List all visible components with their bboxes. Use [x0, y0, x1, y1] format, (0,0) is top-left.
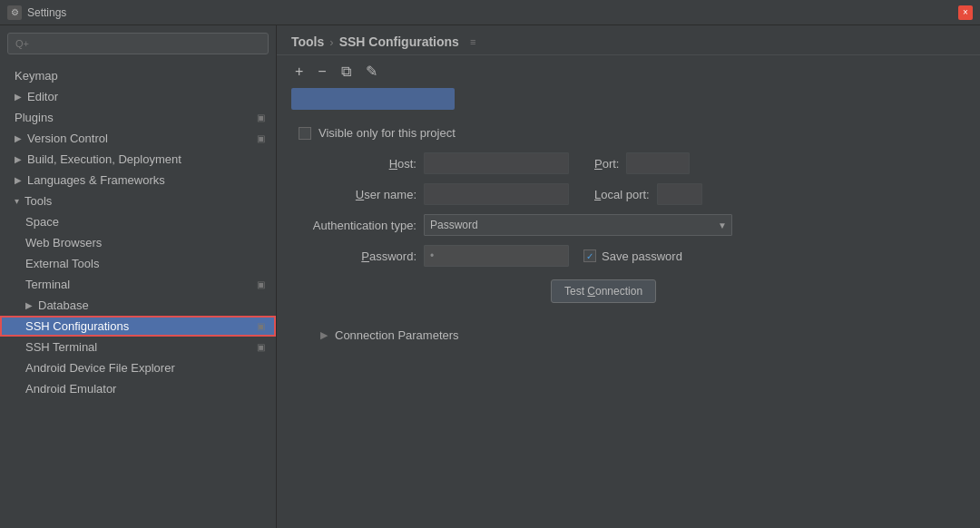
- breadcrumb: Tools › SSH Configurations ≡: [277, 25, 980, 55]
- sidebar-item-label: Android Device File Explorer: [25, 361, 175, 375]
- sidebar-item-build[interactable]: ▶ Build, Execution, Deployment: [0, 149, 276, 170]
- chevron-right-icon: ▶: [15, 154, 22, 164]
- username-input[interactable]: [424, 183, 569, 205]
- sidebar-item-android-emulator[interactable]: Android Emulator: [0, 378, 276, 399]
- auth-type-label: Authentication type:: [299, 219, 416, 232]
- plugin-icon: ▣: [257, 112, 265, 122]
- sidebar-item-label: Languages & Frameworks: [27, 173, 165, 187]
- port-group: Port:: [594, 152, 690, 174]
- window-title: Settings: [27, 6, 66, 19]
- close-button[interactable]: ×: [958, 5, 973, 20]
- sidebar-item-tools[interactable]: ▾ Tools: [0, 191, 276, 211]
- localport-input[interactable]: [657, 183, 702, 205]
- username-localport-row: User name: Local port:: [299, 183, 958, 205]
- sidebar-item-android-device[interactable]: Android Device File Explorer: [0, 357, 276, 378]
- add-button[interactable]: +: [291, 63, 307, 81]
- search-input[interactable]: [34, 37, 260, 50]
- sidebar-item-label: Build, Execution, Deployment: [27, 152, 181, 166]
- ssh-config-icon: ▣: [257, 321, 265, 331]
- sidebar-item-space[interactable]: Space: [0, 211, 276, 232]
- sidebar-item-label: Tools: [24, 194, 52, 208]
- search-icon: Q+: [15, 38, 29, 49]
- content-area: Tools › SSH Configurations ≡ + − ⧉ ✎ Vis…: [277, 25, 980, 528]
- save-password-checkbox[interactable]: [583, 249, 596, 262]
- chevron-right-icon: ▶: [15, 92, 22, 102]
- sidebar: Q+ Keymap ▶ Editor Plugins ▣ ▶ Version C…: [0, 25, 277, 528]
- username-label: User name:: [299, 188, 416, 201]
- main-container: Q+ Keymap ▶ Editor Plugins ▣ ▶ Version C…: [0, 25, 980, 528]
- sidebar-item-label: Terminal: [25, 278, 70, 291]
- sidebar-item-languages[interactable]: ▶ Languages & Frameworks: [0, 170, 276, 191]
- terminal-icon: ▣: [257, 279, 265, 289]
- sidebar-item-label: Keymap: [15, 69, 58, 83]
- vc-icon: ▣: [257, 133, 265, 143]
- auth-type-select-wrap: Password Key pair OpenSSH config and aut…: [424, 214, 732, 236]
- connection-params-chevron-icon: ▶: [320, 329, 328, 341]
- chevron-down-icon: ▾: [15, 196, 19, 206]
- sidebar-item-label: Editor: [27, 90, 58, 103]
- remove-button[interactable]: −: [314, 63, 329, 81]
- password-row: Password: Save password: [299, 245, 958, 267]
- ssh-terminal-icon: ▣: [257, 342, 265, 352]
- port-input[interactable]: [626, 152, 690, 174]
- sidebar-item-web-browsers[interactable]: Web Browsers: [0, 232, 276, 253]
- sidebar-item-external-tools[interactable]: External Tools: [0, 253, 276, 274]
- title-bar: ⚙ Settings ×: [0, 0, 980, 25]
- connection-params-row[interactable]: ▶ Connection Parameters: [320, 328, 958, 342]
- toolbar: + − ⧉ ✎: [277, 55, 980, 88]
- localport-group: Local port:: [594, 183, 702, 205]
- edit-button[interactable]: ✎: [362, 63, 381, 81]
- sidebar-item-label: SSH Terminal: [25, 340, 97, 354]
- sidebar-list: Keymap ▶ Editor Plugins ▣ ▶ Version Cont…: [0, 62, 276, 528]
- port-label: Port:: [594, 157, 619, 171]
- localport-label: Local port:: [594, 188, 650, 201]
- sidebar-item-version-control[interactable]: ▶ Version Control ▣: [0, 128, 276, 149]
- auth-type-select[interactable]: Password Key pair OpenSSH config and aut…: [424, 214, 732, 236]
- sidebar-item-label: Space: [25, 215, 59, 229]
- sidebar-item-label: External Tools: [25, 257, 99, 270]
- password-label: Password:: [299, 249, 416, 263]
- save-password-group: Save password: [583, 249, 682, 263]
- sidebar-item-label: SSH Configurations: [25, 319, 129, 333]
- sidebar-item-terminal[interactable]: Terminal ▣: [0, 274, 276, 295]
- config-entry[interactable]: [291, 88, 455, 110]
- visible-only-checkbox[interactable]: [299, 127, 311, 140]
- sidebar-item-keymap[interactable]: Keymap: [0, 65, 276, 86]
- host-label: Host:: [299, 157, 416, 171]
- test-connection-button[interactable]: Test Connection: [551, 279, 656, 303]
- auth-type-row: Authentication type: Password Key pair O…: [299, 214, 958, 236]
- breadcrumb-current: SSH Configurations: [339, 34, 459, 49]
- visible-only-label: Visible only for this project: [318, 126, 456, 140]
- breadcrumb-separator: ›: [329, 35, 333, 49]
- form-area: Visible only for this project Host: Port…: [277, 119, 980, 349]
- host-port-row: Host: Port:: [299, 152, 958, 174]
- sidebar-item-plugins[interactable]: Plugins ▣: [0, 107, 276, 128]
- sidebar-item-label: Plugins: [15, 111, 54, 124]
- chevron-right-icon: ▶: [15, 133, 22, 143]
- sidebar-item-ssh-configurations[interactable]: SSH Configurations ▣: [0, 316, 276, 337]
- sidebar-item-label: Version Control: [27, 132, 108, 145]
- sidebar-item-database[interactable]: ▶ Database: [0, 295, 276, 316]
- sidebar-item-ssh-terminal[interactable]: SSH Terminal ▣: [0, 337, 276, 357]
- sidebar-item-editor[interactable]: ▶ Editor: [0, 86, 276, 107]
- search-box[interactable]: Q+: [7, 33, 269, 54]
- breadcrumb-menu-icon[interactable]: ≡: [470, 36, 475, 47]
- host-input[interactable]: [424, 152, 569, 174]
- chevron-right-icon: ▶: [15, 175, 22, 185]
- sidebar-item-label: Web Browsers: [25, 236, 102, 249]
- password-input[interactable]: [424, 245, 569, 267]
- copy-button[interactable]: ⧉: [338, 63, 355, 81]
- visible-only-row: Visible only for this project: [299, 126, 958, 140]
- breadcrumb-parent: Tools: [291, 34, 324, 49]
- save-password-label: Save password: [602, 249, 682, 263]
- app-icon: ⚙: [7, 5, 22, 20]
- sidebar-item-label: Android Emulator: [25, 382, 116, 396]
- connection-params-label: Connection Parameters: [335, 328, 459, 342]
- chevron-right-icon: ▶: [25, 300, 33, 310]
- sidebar-item-label: Database: [38, 298, 89, 312]
